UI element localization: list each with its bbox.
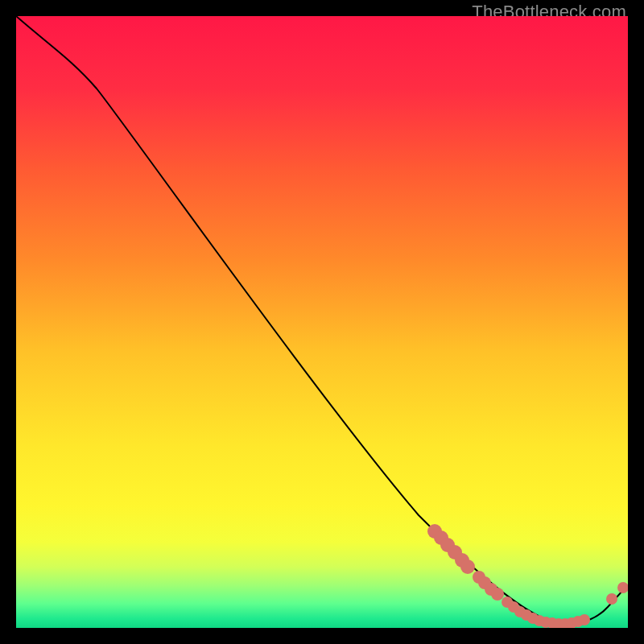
gradient-background xyxy=(16,16,628,628)
chart-stage: TheBottleneck.com xyxy=(0,0,644,644)
bottleneck-chart xyxy=(16,16,628,628)
svg-point-23 xyxy=(606,593,617,605)
svg-point-5 xyxy=(460,559,475,574)
svg-point-22 xyxy=(579,614,590,625)
svg-point-9 xyxy=(491,588,504,601)
